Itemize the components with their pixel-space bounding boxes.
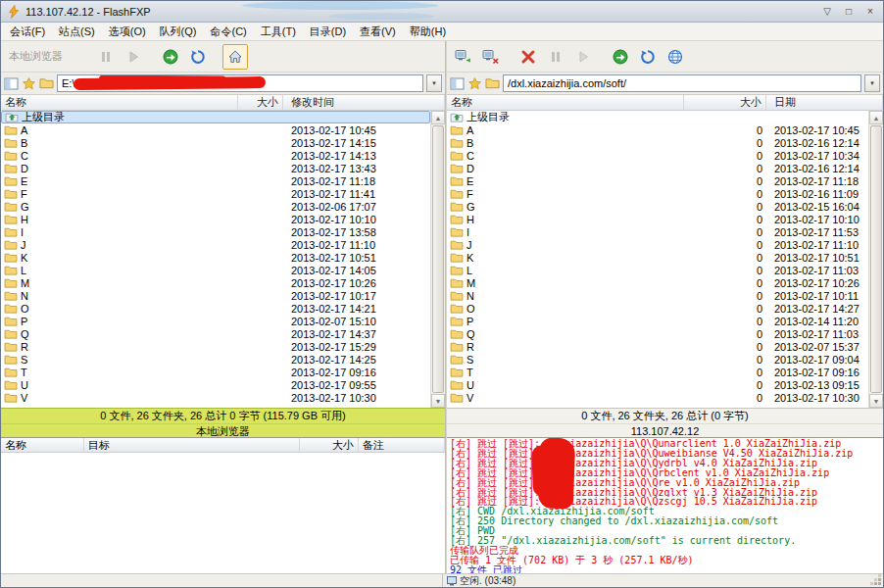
favorites-star-icon[interactable] — [22, 76, 36, 91]
menu-item[interactable]: 会话(F) — [3, 23, 52, 41]
menu-item[interactable]: 队列(Q) — [153, 23, 204, 41]
path-dropdown-button[interactable]: ▼ — [864, 74, 880, 92]
file-row[interactable]: P02013-02-14 11:20 — [447, 315, 868, 327]
file-row[interactable]: T2013-02-17 09:16 — [1, 366, 430, 378]
file-row[interactable]: G2013-02-06 17:07 — [1, 200, 430, 213]
queue-column-target[interactable]: 目标 — [84, 438, 300, 453]
column-header-name[interactable]: 名称 — [447, 95, 684, 111]
file-row[interactable]: O02013-02-17 14:27 — [447, 302, 868, 315]
folder-icon[interactable] — [485, 76, 500, 91]
remote-path-input[interactable]: /dxl.xiazaizhijia.com/soft/ — [503, 74, 861, 92]
file-row[interactable]: R2013-02-17 15:29 — [1, 340, 430, 353]
folder-icon[interactable] — [39, 76, 54, 91]
file-row[interactable]: M02013-02-17 10:26 — [447, 276, 868, 289]
file-row[interactable]: O2013-02-17 14:21 — [1, 302, 430, 315]
scroll-thumb[interactable] — [432, 125, 444, 393]
file-row[interactable]: I02013-02-17 11:53 — [447, 225, 868, 238]
file-row[interactable]: N2013-02-17 10:17 — [1, 289, 430, 302]
file-row[interactable]: J2013-02-17 11:10 — [1, 238, 430, 251]
file-row[interactable]: C02013-02-17 10:34 — [447, 149, 868, 162]
column-header-name[interactable]: 名称 — [1, 95, 238, 111]
site-browser-button[interactable] — [663, 44, 688, 70]
file-row[interactable]: B2013-02-17 14:15 — [1, 136, 430, 149]
refresh-button[interactable] — [185, 44, 211, 70]
path-dropdown-button[interactable]: ▼ — [426, 74, 442, 92]
pause-queue-button[interactable] — [93, 44, 119, 70]
transfer-button[interactable] — [158, 44, 183, 70]
file-row[interactable]: L02013-02-17 11:03 — [447, 264, 868, 276]
file-row[interactable]: B02013-02-16 12:14 — [447, 136, 868, 149]
menu-item[interactable]: 帮助(H) — [403, 23, 453, 41]
file-row[interactable]: U2013-02-17 09:55 — [1, 378, 430, 391]
start-queue-button[interactable] — [121, 44, 146, 70]
parent-dir-row[interactable]: 上级目录 — [447, 111, 868, 123]
panel-view-icon[interactable] — [4, 76, 19, 91]
file-row[interactable]: A02013-02-17 10:45 — [447, 123, 868, 136]
file-row[interactable]: H02013-02-17 10:10 — [447, 213, 868, 225]
file-row[interactable]: R02013-02-07 15:37 — [447, 340, 868, 353]
file-row[interactable]: C2013-02-17 14:13 — [1, 149, 430, 162]
scroll-down-icon[interactable]: ▼ — [869, 394, 883, 408]
favorites-star-icon[interactable] — [467, 76, 482, 91]
abort-button[interactable] — [516, 44, 541, 70]
resize-grip[interactable] — [870, 574, 882, 586]
panel-view-icon[interactable] — [450, 76, 465, 91]
file-row[interactable]: Q2013-02-17 14:37 — [1, 327, 430, 340]
remote-start-queue-button[interactable] — [570, 44, 596, 70]
file-row[interactable]: U02013-02-13 09:15 — [447, 378, 868, 391]
menu-item[interactable]: 站点(S) — [52, 23, 102, 41]
quick-connect-button[interactable] — [478, 44, 504, 70]
remote-scrollbar[interactable]: ▲ ▼ — [868, 111, 883, 408]
remote-pause-queue-button[interactable] — [543, 44, 568, 70]
queue-column-name[interactable]: 名称 — [1, 438, 84, 453]
local-scrollbar[interactable]: ▲ ▼ — [430, 111, 445, 408]
file-row[interactable]: S2013-02-17 14:25 — [1, 353, 430, 366]
scroll-up-icon[interactable]: ▲ — [431, 111, 445, 124]
connect-button[interactable] — [451, 44, 476, 70]
column-header-date[interactable]: 日期 — [766, 95, 883, 111]
file-row[interactable]: K2013-02-17 10:51 — [1, 251, 430, 264]
remote-transfer-button[interactable] — [608, 44, 633, 70]
scroll-thumb[interactable] — [870, 125, 882, 393]
file-row[interactable]: F02013-02-16 11:09 — [447, 187, 868, 200]
file-row[interactable]: D2013-02-17 13:43 — [1, 162, 430, 174]
home-button[interactable] — [222, 44, 248, 70]
file-row[interactable]: E02013-02-17 11:18 — [447, 174, 868, 187]
file-row[interactable]: P2013-02-07 15:10 — [1, 315, 430, 327]
menu-item[interactable]: 选项(O) — [102, 23, 153, 41]
file-row[interactable]: I2013-02-17 13:58 — [1, 225, 430, 238]
column-header-size[interactable]: 大小 — [684, 95, 766, 111]
file-row[interactable]: V2013-02-17 10:30 — [1, 391, 430, 404]
file-row[interactable]: H2013-02-17 10:10 — [1, 213, 430, 225]
file-row[interactable]: M2013-02-17 10:26 — [1, 276, 430, 289]
scroll-down-icon[interactable]: ▼ — [431, 394, 445, 408]
queue-column-note[interactable]: 备注 — [359, 438, 445, 453]
menu-item[interactable]: 工具(T) — [254, 23, 303, 41]
file-row[interactable]: S02013-02-17 09:04 — [447, 353, 868, 366]
scroll-up-icon[interactable]: ▲ — [869, 111, 883, 124]
minimize-button[interactable]: ▽ — [820, 6, 834, 17]
column-header-size[interactable]: 大小 — [238, 95, 283, 111]
menu-item[interactable]: 目录(D) — [303, 23, 353, 41]
remote-refresh-button[interactable] — [635, 44, 661, 70]
maximize-button[interactable]: □ — [842, 6, 856, 17]
menu-item[interactable]: 查看(V) — [353, 23, 403, 41]
queue-column-size[interactable]: 大小 — [300, 438, 359, 453]
file-row[interactable]: K02013-02-17 10:51 — [447, 251, 868, 264]
queue-list[interactable] — [1, 453, 445, 573]
local-path-input[interactable]: E:\ — [57, 74, 423, 92]
file-row[interactable]: D02013-02-16 12:14 — [447, 162, 868, 174]
column-header-time[interactable]: 修改时间 — [283, 95, 445, 111]
file-row[interactable]: N02013-02-17 10:11 — [447, 289, 868, 302]
close-button[interactable]: × — [863, 6, 877, 17]
file-row[interactable]: G02013-02-15 16:04 — [447, 200, 868, 213]
menu-item[interactable]: 命令(C) — [204, 23, 254, 41]
file-row[interactable]: L2013-02-17 14:05 — [1, 264, 430, 276]
file-row[interactable]: V02013-02-17 10:30 — [447, 391, 868, 404]
parent-dir-row[interactable]: 上级目录 — [1, 111, 430, 123]
file-row[interactable]: E2013-02-17 11:18 — [1, 174, 430, 187]
file-row[interactable]: T02013-02-17 09:16 — [447, 366, 868, 378]
file-row[interactable]: F2013-02-17 11:41 — [1, 187, 430, 200]
file-row[interactable]: A2013-02-17 10:45 — [1, 123, 430, 136]
file-row[interactable]: J02013-02-17 11:10 — [447, 238, 868, 251]
